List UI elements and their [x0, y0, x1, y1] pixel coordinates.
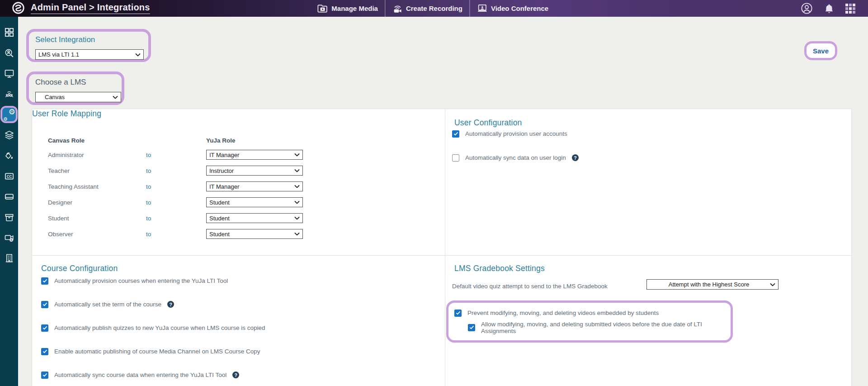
save-highlight-ring: Save	[804, 41, 837, 60]
yuja-role-select[interactable]: Student	[206, 197, 303, 207]
gears-icon[interactable]: ⚙ ⚙	[0, 105, 18, 125]
create-recording-icon	[392, 4, 403, 14]
checkbox-label: Prevent modifying, moving, and deleting …	[467, 310, 659, 316]
role-mapping-row: Teaching Assistant to IT Manager	[48, 181, 436, 191]
checkbox-label: Enable automatic publishing of course Me…	[54, 348, 260, 355]
role-mapping-headers: Canvas Role YuJa Role	[48, 137, 436, 144]
checkbox-row: Automatically provision courses when ent…	[41, 277, 436, 285]
lms-select[interactable]: Canvas	[35, 92, 121, 102]
canvas-role-value: Observer	[48, 231, 146, 238]
default-attempt-select[interactable]: Attempt with the Highest Score	[646, 279, 778, 290]
checkbox-label: Automatically provision courses when ent…	[54, 277, 228, 284]
user-search-icon[interactable]	[0, 43, 18, 63]
checkbox[interactable]	[41, 348, 48, 355]
canvas-role-value: Teaching Assistant	[48, 183, 146, 190]
breadcrumb-title: Admin Panel > Integrations	[31, 2, 150, 14]
paint-bucket-icon[interactable]	[0, 145, 18, 166]
user-configuration-options: Automatically provision user accounts ? …	[452, 130, 842, 162]
side-nav: ⚙ ⚙ CC	[0, 17, 18, 386]
checkbox[interactable]	[452, 130, 459, 138]
user-role-mapping-panel: User Role Mapping Canvas Role YuJa Role …	[32, 109, 445, 256]
checkbox-label: Allow modifying, moving, and deleting su…	[481, 321, 731, 334]
video-conference-button[interactable]: Video Conference	[469, 0, 555, 17]
checkbox[interactable]	[41, 301, 48, 308]
top-nav: Manage Media Create Recording	[310, 0, 555, 17]
choose-lms-label: Choose a LMS	[35, 78, 86, 87]
checkbox-label: Automatically sync data on user login	[465, 154, 566, 161]
student-video-highlight-group: Prevent modifying, moving, and deleting …	[446, 300, 733, 343]
checkbox-row: Prevent modifying, moving, and deleting …	[454, 309, 731, 317]
video-conference-icon	[476, 3, 488, 14]
nav-item-label: Video Conference	[491, 5, 548, 12]
mapping-connector: to	[146, 183, 206, 190]
checkbox-label: Automatically set the term of the course	[54, 301, 161, 308]
select-integration-label: Select Integration	[35, 35, 95, 44]
checkbox[interactable]	[454, 310, 462, 317]
notifications-bell-icon[interactable]	[824, 3, 834, 14]
lms-gradebook-panel: LMS Gradebook Settings Default video qui…	[445, 256, 852, 386]
role-mapping-rows: Administrator to IT Manager Teacher to I…	[48, 150, 436, 239]
layers-icon[interactable]	[0, 125, 18, 145]
panel-title: LMS Gradebook Settings	[454, 264, 545, 273]
yuja-role-select[interactable]: Student	[206, 229, 303, 239]
checkbox-row: Allow modifying, moving, and deleting su…	[468, 324, 731, 331]
dashboard-grid-icon[interactable]	[0, 22, 18, 43]
checkbox[interactable]	[452, 154, 459, 162]
user-configuration-panel: User Configuration Automatically provisi…	[445, 109, 852, 256]
role-mapping-row: Administrator to IT Manager	[48, 150, 436, 160]
people-wifi-icon[interactable]	[0, 84, 18, 104]
checkbox[interactable]	[41, 372, 48, 379]
active-item-highlight: ⚙ ⚙	[0, 106, 18, 123]
main-content: Select Integration LMS via LTI 1.1 Choos…	[18, 17, 868, 386]
panel-title: Course Configuration	[41, 264, 118, 273]
role-mapping-row: Designer to Student	[48, 197, 436, 207]
help-icon[interactable]: ?	[572, 154, 579, 161]
mapping-connector: to	[146, 215, 206, 222]
checkbox[interactable]	[468, 324, 475, 331]
manage-media-button[interactable]: Manage Media	[310, 0, 385, 17]
save-button[interactable]: Save	[807, 43, 835, 58]
archive-box-icon[interactable]	[0, 207, 18, 228]
canvas-role-value: Designer	[48, 199, 146, 206]
camera-settings-icon[interactable]	[0, 228, 18, 248]
gradebook-options: Prevent modifying, moving, and deleting …	[454, 309, 731, 331]
panel-title: User Configuration	[454, 118, 522, 128]
svg-text:CC: CC	[6, 175, 12, 179]
yuja-role-select[interactable]: Student	[206, 213, 303, 223]
help-icon[interactable]: ?	[167, 301, 174, 308]
account-icon[interactable]	[801, 2, 813, 14]
canvas-role-value: Administrator	[48, 152, 146, 158]
role-mapping-row: Teacher to Instructor	[48, 166, 436, 176]
yuja-role-select[interactable]: IT Manager	[206, 181, 303, 191]
mapping-connector: to	[146, 167, 206, 174]
manage-media-icon	[317, 4, 328, 13]
yuja-logo-icon[interactable]	[12, 1, 25, 14]
checkbox[interactable]	[41, 277, 48, 285]
default-attempt-label: Default video quiz attempt to send to th…	[452, 283, 608, 290]
integration-select[interactable]: LMS via LTI 1.1	[35, 49, 144, 60]
monitor-icon[interactable]	[0, 63, 18, 84]
yuja-role-header: YuJa Role	[206, 137, 236, 144]
checkbox-row: Automatically set the term of the course…	[41, 300, 436, 308]
checkbox-row: Automatically publish quizzes to new YuJ…	[41, 324, 436, 332]
canvas-role-value: Teacher	[48, 167, 146, 174]
settings-panels: User Role Mapping Canvas Role YuJa Role …	[32, 109, 852, 386]
choose-lms-group: Choose a LMS Canvas	[26, 71, 124, 105]
yuja-role-select[interactable]: IT Manager	[206, 150, 303, 160]
nav-item-label: Create Recording	[406, 5, 462, 12]
checkbox-label: Automatically provision user accounts	[465, 130, 567, 137]
checkbox-row: Automatically sync course data when ente…	[41, 371, 436, 379]
closed-captions-icon[interactable]: CC	[0, 166, 18, 186]
checkbox-row: Enable automatic publishing of course Me…	[41, 348, 436, 355]
help-icon[interactable]: ?	[232, 372, 239, 378]
hard-drive-icon[interactable]	[0, 186, 18, 207]
mapping-connector: to	[146, 231, 206, 238]
apps-grid-icon[interactable]	[845, 4, 855, 14]
yuja-role-select[interactable]: Instructor	[206, 166, 303, 176]
building-icon[interactable]	[0, 248, 18, 268]
checkbox[interactable]	[41, 324, 48, 332]
create-recording-button[interactable]: Create Recording	[385, 0, 469, 17]
canvas-role-value: Student	[48, 215, 146, 222]
panel-title: User Role Mapping	[32, 109, 101, 119]
mapping-connector: to	[146, 199, 206, 206]
